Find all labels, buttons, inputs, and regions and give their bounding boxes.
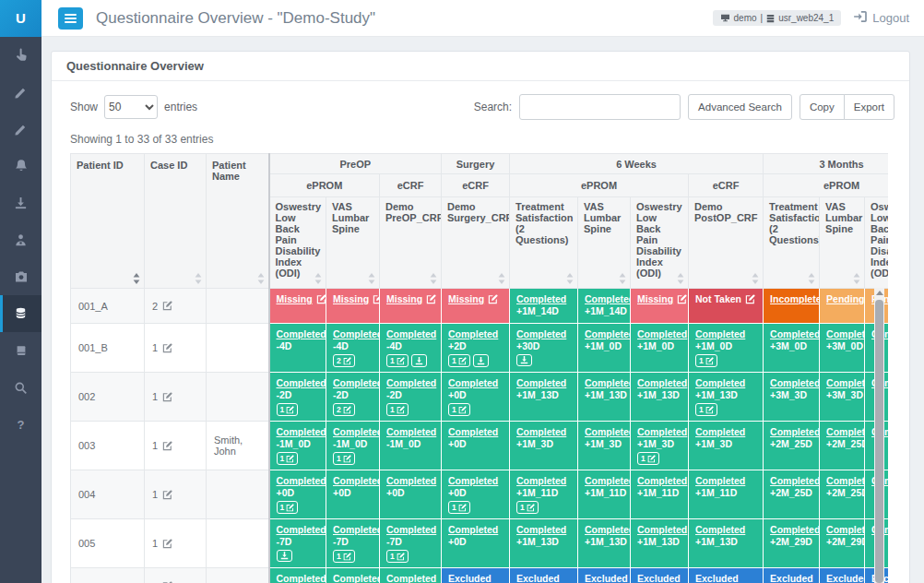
- sidebar-item-search[interactable]: [0, 369, 41, 406]
- status-cell-completed[interactable]: Completed+0D: [380, 470, 442, 519]
- status-cell-completed[interactable]: Completed+1M_13D1: [689, 373, 764, 422]
- status-cell-completed[interactable]: Completed+1M_13D: [631, 519, 689, 568]
- status-cell-missing[interactable]: Missing: [269, 289, 326, 324]
- edit-status-icon[interactable]: [488, 294, 498, 304]
- status-cell-completed[interactable]: Completed+1M_0D: [578, 324, 631, 373]
- questionnaire-header[interactable]: VAS Lumbar Spine: [578, 197, 631, 289]
- edit-badge[interactable]: 2: [333, 354, 355, 367]
- status-cell-completed[interactable]: Completed+1M_13D: [631, 373, 689, 422]
- edit-badge[interactable]: 1: [386, 550, 409, 563]
- status-cell-completed[interactable]: Completed+2M_29D: [820, 519, 865, 568]
- status-label[interactable]: Completed: [585, 426, 631, 437]
- questionnaire-header[interactable]: Oswestry Low Back Pain Disability Index …: [631, 197, 689, 289]
- status-cell-excluded[interactable]: Excluded: [442, 568, 510, 583]
- status-cell-excluded[interactable]: Excluded: [689, 568, 764, 583]
- status-cell-completed[interactable]: Completed+1M_13D: [510, 519, 578, 568]
- edit-case-icon[interactable]: [162, 490, 172, 500]
- status-cell-completed[interactable]: Completed+0D: [326, 470, 380, 519]
- status-label[interactable]: Completed: [826, 377, 865, 388]
- status-label[interactable]: Completed: [277, 328, 326, 339]
- status-cell-completed[interactable]: Completed+2M_25D: [764, 470, 820, 519]
- status-label[interactable]: Completed: [770, 377, 820, 388]
- status-label[interactable]: Completed: [333, 328, 380, 339]
- status-label[interactable]: Completed: [826, 524, 865, 535]
- status-cell-completed[interactable]: Completed+2M_25D: [820, 422, 865, 470]
- questionnaire-header[interactable]: Demo PostOP_CRF: [689, 197, 764, 289]
- status-label[interactable]: Completed: [585, 293, 631, 304]
- download-badge[interactable]: [516, 354, 532, 366]
- edit-case-icon[interactable]: [162, 343, 172, 353]
- status-label[interactable]: Completed: [333, 377, 380, 388]
- questionnaire-header[interactable]: Treatment Satisfaction (2 Questions): [764, 197, 820, 289]
- status-cell-completed[interactable]: Completed-2D1: [269, 373, 326, 422]
- status-label[interactable]: Completed: [585, 377, 631, 388]
- download-badge[interactable]: [277, 550, 292, 562]
- status-label[interactable]: Completed: [333, 573, 380, 583]
- status-cell-completed[interactable]: Completed-1M_0D1: [326, 422, 380, 470]
- status-cell-completed[interactable]: Completed+3M_3D: [820, 373, 865, 422]
- status-cell-completed[interactable]: Completed-1M_0D1: [269, 422, 326, 470]
- sidebar-item-bell[interactable]: [0, 148, 41, 184]
- status-cell-completed[interactable]: Completed+1M_13D: [689, 519, 764, 568]
- scroll-up-arrow[interactable]: [876, 291, 883, 295]
- status-label[interactable]: Completed: [516, 377, 566, 388]
- status-label[interactable]: Completed: [770, 524, 820, 535]
- edit-case-icon[interactable]: [162, 539, 172, 549]
- status-cell-completed[interactable]: Completed+2M_25D: [820, 470, 865, 519]
- status-label[interactable]: Completed: [770, 328, 820, 339]
- status-cell-excluded[interactable]: Excluded: [578, 568, 631, 583]
- column-header-patient-id[interactable]: Patient ID: [71, 154, 145, 289]
- sidebar-item-patient[interactable]: [0, 221, 41, 258]
- status-label[interactable]: Completed: [585, 524, 631, 535]
- status-label[interactable]: Completed: [695, 426, 745, 437]
- sort-icon[interactable]: [853, 273, 860, 284]
- sort-icon[interactable]: [498, 273, 505, 284]
- edit-status-icon[interactable]: [373, 294, 379, 304]
- status-cell-completed[interactable]: Completed+1M_0D: [631, 324, 689, 373]
- status-cell-completed[interactable]: Completed+0D: [326, 568, 380, 583]
- questionnaire-header[interactable]: Demo Surgery_CRF: [442, 197, 510, 289]
- status-label[interactable]: Completed: [695, 524, 745, 535]
- status-cell-completed[interactable]: Completed-4D1: [380, 324, 442, 373]
- vertical-scrollbar[interactable]: [874, 288, 884, 583]
- status-label[interactable]: Completed: [277, 377, 326, 388]
- status-label[interactable]: Completed: [516, 524, 566, 535]
- edit-case-icon[interactable]: [162, 392, 172, 402]
- sidebar-item-book[interactable]: [0, 332, 41, 369]
- status-label[interactable]: Pending: [826, 293, 864, 304]
- sidebar-item-camera[interactable]: [0, 258, 41, 295]
- edit-status-icon[interactable]: [677, 294, 687, 304]
- sort-icon[interactable]: [314, 273, 322, 284]
- status-cell-completed[interactable]: Completed+1M_13D: [510, 373, 578, 422]
- status-cell-pending[interactable]: Pending: [820, 289, 865, 324]
- status-cell-completed[interactable]: Completed+3M_0D: [820, 324, 865, 373]
- status-label[interactable]: Completed: [386, 524, 436, 535]
- status-label[interactable]: Completed: [826, 475, 865, 486]
- status-label[interactable]: Completed: [386, 328, 436, 339]
- status-label[interactable]: Completed: [585, 328, 631, 339]
- status-label[interactable]: Completed: [637, 524, 687, 535]
- status-cell-excluded[interactable]: Excluded: [510, 568, 578, 583]
- status-cell-completed[interactable]: Completed+2M_29D: [764, 519, 820, 568]
- status-cell-completed[interactable]: Completed+1M_14D: [578, 289, 631, 324]
- status-cell-completed[interactable]: Completed+1M_14D: [510, 289, 578, 324]
- status-label[interactable]: Completed: [585, 475, 631, 486]
- status-cell-completed[interactable]: Completed+2M_25D: [764, 422, 820, 470]
- status-cell-missing[interactable]: Missing: [631, 289, 689, 324]
- status-label[interactable]: Completed: [448, 377, 498, 388]
- status-cell-completed[interactable]: Completed+1M_11D: [578, 470, 631, 519]
- status-cell-completed[interactable]: Completed+0D: [442, 422, 510, 470]
- sidebar-item-download[interactable]: [0, 184, 41, 221]
- edit-badge[interactable]: 1: [695, 354, 717, 367]
- edit-status-icon[interactable]: [745, 294, 755, 304]
- status-label[interactable]: Completed: [695, 377, 745, 388]
- status-cell-missing[interactable]: Missing: [442, 289, 510, 324]
- status-label[interactable]: Completed: [277, 475, 326, 486]
- column-header-case-id[interactable]: Case ID: [145, 154, 207, 289]
- download-badge[interactable]: [411, 354, 427, 367]
- status-label[interactable]: Completed: [277, 524, 326, 535]
- edit-badge[interactable]: 1: [516, 501, 539, 514]
- status-label[interactable]: Completed: [448, 426, 498, 437]
- status-cell-completed[interactable]: Completed+0D: [380, 568, 442, 583]
- status-label[interactable]: Completed: [516, 475, 566, 486]
